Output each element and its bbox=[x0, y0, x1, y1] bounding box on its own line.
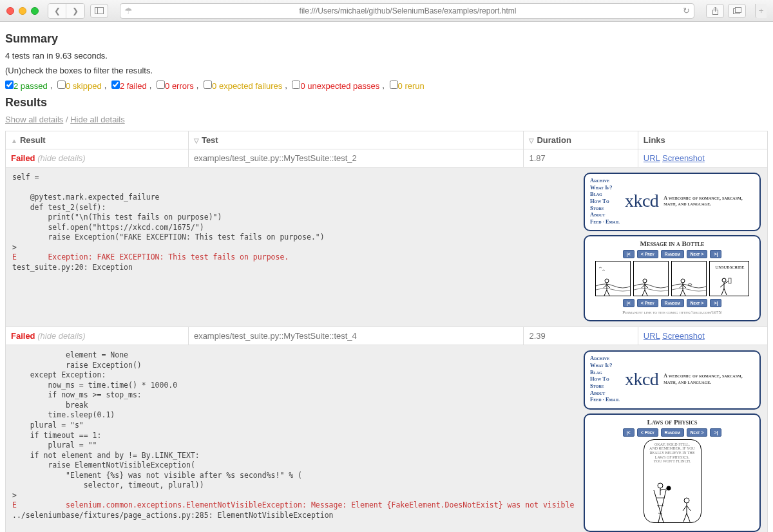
xkcd-nav-item[interactable]: About bbox=[590, 211, 620, 218]
comic-panel bbox=[671, 261, 707, 296]
xkcd-nav-item[interactable]: Store bbox=[590, 205, 620, 212]
comic-nav-button[interactable]: |< bbox=[623, 250, 635, 258]
tabs-icon bbox=[733, 7, 741, 14]
filter-rerun-checkbox[interactable] bbox=[390, 81, 398, 89]
comic-nav-button[interactable]: < Prev bbox=[637, 299, 658, 307]
xkcd-nav-item[interactable]: Feed · Email bbox=[590, 218, 620, 225]
url-bar[interactable]: ☂ file:///Users/michael/github/SeleniumB… bbox=[120, 3, 694, 19]
comic-nav-button[interactable]: Random bbox=[661, 299, 684, 307]
filter-errors-label[interactable]: 0 errors bbox=[165, 81, 194, 91]
filter-expected-checkbox[interactable] bbox=[204, 81, 212, 89]
cell-test: examples/test_suite.py::MyTestSuite::tes… bbox=[188, 327, 524, 345]
comic-nav-button[interactable]: < Prev bbox=[637, 250, 658, 258]
comic-nav: |<< PrevRandomNext >>| bbox=[590, 428, 754, 437]
comic-nav-button[interactable]: >| bbox=[710, 299, 721, 307]
comic-panel: OKAY, HOLD STILL.AND REMEMBER, IF YOUREA… bbox=[644, 439, 701, 523]
comic-title: Message in a Bottle bbox=[590, 240, 754, 247]
filter-failed-checkbox[interactable] bbox=[111, 81, 120, 89]
sidebar-toggle[interactable] bbox=[90, 4, 108, 18]
cell-duration: 2.39 bbox=[524, 327, 638, 345]
filter-failed-label[interactable]: 2 failed bbox=[120, 81, 147, 91]
reload-icon[interactable]: ↻ bbox=[683, 6, 690, 15]
svg-line-43 bbox=[683, 506, 687, 511]
share-button[interactable] bbox=[706, 4, 724, 18]
comic-nav-button[interactable]: Next > bbox=[687, 299, 708, 307]
comic-nav-button[interactable]: Random bbox=[661, 250, 684, 258]
xkcd-nav-item[interactable]: Blag bbox=[590, 369, 620, 376]
filter-passed-label[interactable]: 2 passed bbox=[14, 81, 48, 91]
svg-line-24 bbox=[683, 290, 685, 296]
col-result[interactable]: ▲Result bbox=[6, 131, 189, 149]
comic-nav-button[interactable]: |< bbox=[623, 428, 635, 437]
cell-test: examples/test_suite.py::MyTestSuite::tes… bbox=[188, 149, 524, 167]
xkcd-header-card: ArchiveWhat If?BlagHow ToStoreAboutFeed … bbox=[584, 173, 761, 231]
table-row: Failed (hide details)examples/test_suite… bbox=[6, 149, 768, 167]
svg-line-28 bbox=[720, 284, 724, 287]
details-toggle-row: Show all details / Hide all details bbox=[5, 115, 768, 124]
law-text: OKAY, HOLD STILL.AND REMEMBER, IF YOUREA… bbox=[644, 440, 701, 466]
hide-all-details-link[interactable]: Hide all details bbox=[70, 115, 125, 124]
summary-heading: Summary bbox=[5, 32, 768, 46]
xkcd-nav-item[interactable]: Archive bbox=[590, 177, 620, 184]
svg-line-11 bbox=[607, 290, 609, 296]
reader-icon: ☂ bbox=[124, 6, 133, 16]
svg-line-17 bbox=[645, 290, 647, 296]
comic-nav-button[interactable]: Next > bbox=[687, 428, 708, 437]
link-screenshot[interactable]: Screenshot bbox=[662, 153, 705, 163]
col-links[interactable]: Links bbox=[638, 131, 767, 149]
col-test[interactable]: ▽Test bbox=[188, 131, 524, 149]
xkcd-logo: xkcd bbox=[625, 369, 658, 390]
filter-expected-label[interactable]: 0 expected failures bbox=[212, 81, 282, 91]
comic-nav-button[interactable]: >| bbox=[710, 250, 721, 258]
comic-nav-button[interactable]: |< bbox=[623, 299, 635, 307]
filter-unexpected-checkbox[interactable] bbox=[292, 81, 300, 89]
xkcd-nav-item[interactable]: What If? bbox=[590, 362, 620, 369]
link-url[interactable]: URL bbox=[644, 153, 660, 163]
xkcd-nav-item[interactable]: How To bbox=[590, 375, 620, 383]
filter-errors-checkbox[interactable] bbox=[157, 81, 165, 89]
xkcd-tagline: A webcomic of romance, sarcasm, math, an… bbox=[663, 373, 754, 385]
minimize-window-icon[interactable] bbox=[19, 7, 26, 15]
filter-unexpected-label[interactable]: 0 unexpected passes bbox=[300, 81, 379, 91]
comic-nav: |<< PrevRandomNext >>| bbox=[590, 250, 754, 258]
svg-rect-5 bbox=[735, 8, 741, 13]
xkcd-nav-item[interactable]: Store bbox=[590, 383, 620, 390]
show-all-details-link[interactable]: Show all details bbox=[5, 115, 63, 124]
filter-skipped-label[interactable]: 0 skipped bbox=[66, 81, 102, 91]
svg-point-12 bbox=[643, 279, 647, 283]
filter-passed-checkbox[interactable] bbox=[5, 81, 14, 89]
url-text: file:///Users/michael/github/SeleniumBas… bbox=[138, 6, 678, 15]
xkcd-nav-item[interactable]: Archive bbox=[590, 355, 620, 362]
filter-skipped-checkbox[interactable] bbox=[57, 81, 66, 89]
xkcd-nav-item[interactable]: About bbox=[590, 390, 620, 397]
comic-nav-button[interactable]: < Prev bbox=[637, 428, 658, 437]
page-content: Summary 4 tests ran in 9.63 seconds. (Un… bbox=[0, 22, 773, 532]
link-screenshot[interactable]: Screenshot bbox=[662, 331, 705, 341]
comic-nav-button[interactable]: Random bbox=[661, 428, 684, 437]
svg-line-45 bbox=[683, 513, 687, 522]
window-controls bbox=[6, 7, 39, 15]
xkcd-nav-item[interactable]: Feed · Email bbox=[590, 396, 620, 403]
xkcd-comic-card: Laws of Physics|<< PrevRandomNext >>|OKA… bbox=[584, 413, 761, 532]
comic-panels: OKAY, HOLD STILL.AND REMEMBER, IF YOUREA… bbox=[590, 439, 754, 523]
comic-nav-button[interactable]: >| bbox=[710, 428, 721, 437]
comic-title: Laws of Physics bbox=[590, 418, 754, 426]
filter-rerun-label[interactable]: 0 rerun bbox=[398, 81, 425, 91]
link-url[interactable]: URL bbox=[644, 331, 660, 341]
back-button[interactable]: ❮ bbox=[48, 4, 66, 18]
xkcd-nav-item[interactable]: What If? bbox=[590, 184, 620, 191]
xkcd-nav-item[interactable]: How To bbox=[590, 198, 620, 205]
comic-nav-button[interactable]: Next > bbox=[687, 250, 708, 258]
xkcd-nav-item[interactable]: Blag bbox=[590, 191, 620, 198]
svg-point-19 bbox=[681, 279, 685, 283]
toggle-details[interactable]: (hide details) bbox=[37, 153, 85, 163]
tabs-button[interactable] bbox=[728, 4, 746, 18]
close-window-icon[interactable] bbox=[6, 7, 14, 15]
cell-result: Failed (hide details) bbox=[6, 149, 189, 167]
maximize-window-icon[interactable] bbox=[31, 7, 39, 15]
new-tab-button[interactable]: + bbox=[755, 4, 767, 18]
svg-line-27 bbox=[724, 281, 729, 284]
forward-button[interactable]: ❯ bbox=[66, 4, 84, 18]
toggle-details[interactable]: (hide details) bbox=[37, 331, 85, 341]
col-duration[interactable]: ▽Duration bbox=[524, 131, 638, 149]
